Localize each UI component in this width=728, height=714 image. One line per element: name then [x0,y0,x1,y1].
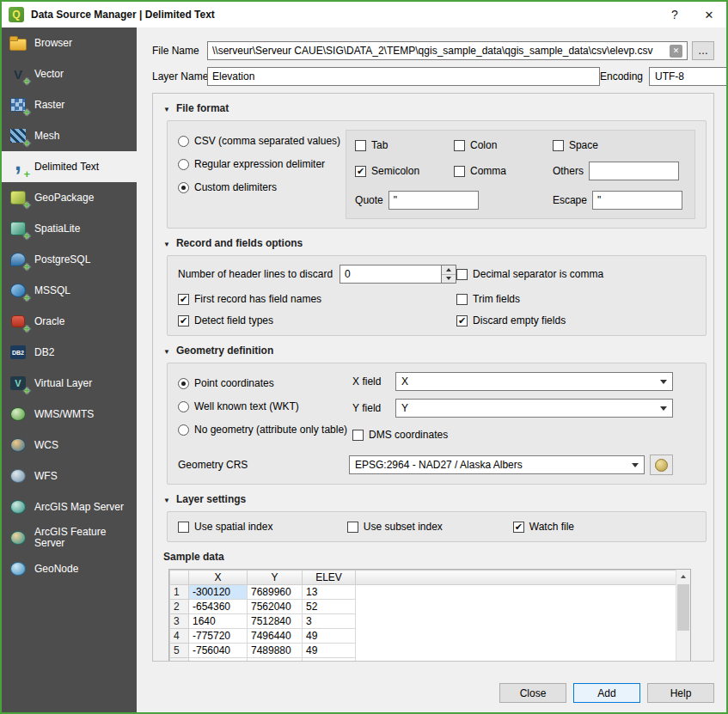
row-number-cell[interactable]: 6 [170,658,189,662]
window-close-button[interactable] [692,2,726,27]
table-row[interactable]: 1-300120768996013 [170,585,676,600]
spin-up-button[interactable] [442,265,456,274]
table-cell[interactable]: 7496440 [248,629,303,644]
table-cell[interactable]: 7562040 [248,600,303,614]
table-row[interactable]: 636244074538003 [170,658,676,662]
table-cell[interactable]: -775720 [189,629,248,644]
checkbox-colon[interactable]: Colon [454,139,553,151]
x-field-select[interactable]: X [395,372,673,391]
sidebar-item-raster[interactable]: Raster [2,89,137,120]
sidebar-item-spatialite[interactable]: SpatiaLite [2,213,137,244]
checkbox-comma[interactable]: Comma [454,165,553,177]
window-help-button[interactable] [658,2,692,27]
table-cell[interactable]: 7453800 [248,658,303,662]
checkbox-first-record-field-names[interactable]: First record has field names [178,293,456,305]
table-row[interactable]: 2-654360756204052 [170,600,676,614]
checkbox-trim-fields[interactable]: Trim fields [456,293,695,305]
radio-no-geometry[interactable]: No geometry (attribute only table) [178,424,347,436]
scroll-up-button[interactable] [676,570,690,583]
table-cell[interactable]: -654360 [189,600,248,614]
spin-down-button[interactable] [442,274,456,284]
column-header-y[interactable]: Y [248,571,303,585]
row-number-cell[interactable]: 2 [170,600,189,614]
checkbox-semicolon[interactable]: Semicolon [355,165,454,177]
sidebar-item-vector[interactable]: Vector [2,58,137,89]
table-row[interactable]: 4-775720749644049 [170,629,676,644]
table-cell[interactable]: 7489880 [248,644,303,658]
radio-wkt[interactable]: Well known text (WKT) [178,400,347,412]
sidebar-item-postgresql[interactable]: PostgreSQL [2,244,137,275]
table-cell[interactable]: 49 [303,644,356,658]
quote-input[interactable]: " [388,191,479,210]
y-field-select[interactable]: Y [395,399,673,418]
sidebar-item-wfs[interactable]: WFS [2,461,137,491]
file-format-header[interactable]: File format [163,102,708,114]
table-row[interactable]: 3164075128403 [170,614,676,629]
radio-point-coordinates[interactable]: Point coordinates [178,377,347,389]
sidebar-item-wcs[interactable]: WCS [2,430,137,461]
select-crs-button[interactable] [650,455,673,475]
scroll-down-button[interactable] [676,658,690,662]
radio-csv[interactable]: CSV (comma separated values) [178,135,340,147]
checkbox-discard-empty-fields[interactable]: Discard empty fields [456,314,695,326]
radio-custom-delimiters[interactable]: Custom delimiters [178,181,340,193]
sidebar-item-oracle[interactable]: Oracle [2,306,137,337]
sidebar-item-wms-wmts[interactable]: WMS/WMTS [2,399,137,430]
table-cell[interactable]: 3 [303,658,356,662]
encoding-select[interactable]: UTF-8 [649,67,728,86]
checkbox-space[interactable]: Space [553,139,686,151]
vertical-scrollbar[interactable] [676,570,690,662]
sidebar-item-arcgis-map-server[interactable]: ArcGIS Map Server [2,491,137,522]
geometry-crs-select[interactable]: EPSG:2964 - NAD27 / Alaska Albers [349,455,645,474]
row-number-cell[interactable]: 1 [170,585,189,600]
sidebar-item-geonode[interactable]: GeoNode [2,553,137,584]
checkbox-dms-coordinates[interactable]: DMS coordinates [352,429,448,441]
add-button[interactable]: Add [573,683,640,703]
table-cell[interactable]: 52 [303,600,356,614]
spin-value[interactable]: 0 [340,265,441,284]
checkbox-use-subset-index[interactable]: Use subset index [347,521,513,533]
table-cell[interactable]: -300120 [189,585,248,600]
checkbox-watch-file[interactable]: Watch file [513,521,695,533]
table-cell[interactable]: 7689960 [248,585,303,600]
layer-settings-header[interactable]: Layer settings [163,493,708,505]
table-cell[interactable]: 7512840 [248,614,303,629]
sidebar-item-mesh[interactable]: Mesh [2,120,137,151]
sidebar-item-mssql[interactable]: MSSQL [2,275,137,306]
sidebar-item-virtual-layer[interactable]: Virtual Layer [2,368,137,399]
table-cell[interactable]: 3 [303,614,356,629]
radio-regexp-delimiter[interactable]: Regular expression delimiter [178,158,340,170]
checkbox-tab[interactable]: Tab [355,139,454,151]
help-button[interactable]: Help [647,683,714,703]
column-header-elev[interactable]: ELEV [303,571,356,585]
scrollbar-thumb[interactable] [677,584,689,631]
geometry-header[interactable]: Geometry definition [163,345,708,357]
others-input[interactable] [589,162,679,180]
checkbox-decimal-separator-comma[interactable]: Decimal separator is comma [456,268,695,280]
table-cell[interactable]: -756040 [189,644,248,658]
clear-input-icon[interactable] [670,45,682,58]
checkbox-detect-field-types[interactable]: Detect field types [178,314,456,326]
table-cell[interactable]: 362440 [189,658,248,662]
escape-input[interactable]: " [592,191,682,210]
browse-file-button[interactable]: … [692,41,714,60]
row-number-cell[interactable]: 3 [170,614,189,629]
row-number-cell[interactable]: 4 [170,629,189,644]
table-cell[interactable]: 49 [303,629,356,644]
sidebar-item-arcgis-feature-server[interactable]: ArcGIS Feature Server [2,522,137,553]
file-name-input[interactable]: \\serveur\Serveur CAUE\SIG\DATA_2\TEMP\q… [207,41,688,60]
record-options-header[interactable]: Record and fields options [163,237,708,249]
checkbox-use-spatial-index[interactable]: Use spatial index [178,521,347,533]
row-number-cell[interactable]: 5 [170,644,189,658]
table-cell[interactable]: 1640 [189,614,248,629]
sidebar-item-db2[interactable]: DB2 [2,337,137,368]
scrollbar-track[interactable] [676,583,690,658]
table-row[interactable]: 5-756040748988049 [170,644,676,658]
close-button[interactable]: Close [499,683,566,703]
sidebar-item-browser[interactable]: Browser [2,27,137,58]
layer-name-input[interactable]: Elevation [207,67,600,86]
header-lines-spinbox[interactable]: 0 [340,265,456,284]
sidebar-item-delimited-text[interactable]: Delimited Text [2,151,137,182]
table-cell[interactable]: 13 [303,585,356,600]
column-header-x[interactable]: X [189,571,248,585]
